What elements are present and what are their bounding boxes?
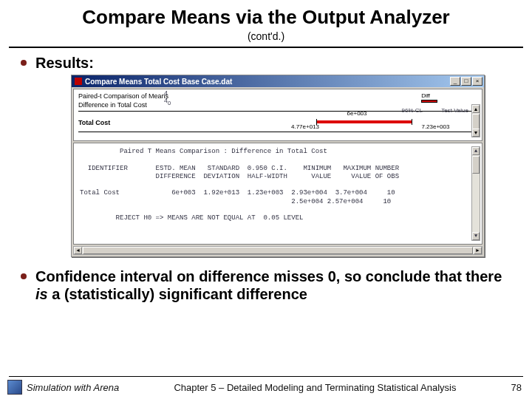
slide-subtitle: (cont'd.) <box>0 30 532 42</box>
text-output-pane: Paired T Means Comparison : Difference i… <box>73 143 482 245</box>
legend-swatch <box>421 100 437 103</box>
vertical-scrollbar[interactable]: ▲ ▼ <box>471 104 480 137</box>
dialog-titlebar[interactable]: Compare Means Total Cost Base Case.dat _… <box>72 75 484 87</box>
diff-label: Diff <box>421 92 430 99</box>
ci-left-value: 4.77e+013 <box>291 123 319 130</box>
close-button[interactable]: × <box>472 77 482 86</box>
bullet-results: Results: <box>21 54 514 72</box>
output-header2: DIFFERENCE DEVIATION HALF-WIDTH VALUE VA… <box>80 173 399 180</box>
dialog-title: Compare Means Total Cost Base Case.dat <box>85 78 450 86</box>
scroll-thumb[interactable] <box>83 247 473 254</box>
chart-pane: Paired-t Comparison of Means Difference … <box>73 89 482 141</box>
test-value-label: Test Value <box>441 107 468 114</box>
scroll-up-icon[interactable]: ▲ <box>472 147 480 155</box>
ci-bar <box>316 120 412 123</box>
scroll-down-icon[interactable]: ▼ <box>472 129 480 137</box>
bullet-icon <box>21 273 27 279</box>
compare-means-dialog: Compare Means Total Cost Base Case.dat _… <box>71 75 485 257</box>
footer-rule <box>9 376 523 377</box>
output-title: Paired T Means Comparison : Difference i… <box>80 148 327 155</box>
scroll-up-icon[interactable]: ▲ <box>472 105 480 113</box>
vertical-scrollbar[interactable]: ▲ ▼ <box>471 146 480 241</box>
value-row: Total Cost 4 40 6e+003 4.77e+013 7.23e+0… <box>78 116 477 129</box>
cl-label: 96% CL <box>402 107 423 114</box>
bullet-conclusion-text: Confidence interval on difference misses… <box>35 267 514 303</box>
output-row2: 2.5e+004 2.57e+004 10 <box>80 198 391 205</box>
scroll-down-icon[interactable]: ▼ <box>472 232 480 240</box>
title-rule <box>9 47 523 48</box>
slide-title: Compare Means via the Output Analyzer <box>0 0 532 29</box>
bullet-results-text: Results: <box>35 54 94 72</box>
output-reject: REJECT H0 => MEANS ARE NOT EQUAL AT 0.05… <box>80 214 303 222</box>
scroll-left-icon[interactable]: ◄ <box>74 247 82 254</box>
bullet-icon <box>21 60 27 66</box>
center-value: 6e+003 <box>347 110 367 117</box>
book-cover-icon <box>7 380 22 395</box>
row-label: Total Cost <box>78 119 167 126</box>
horizontal-scrollbar[interactable]: ◄ ► <box>73 246 482 255</box>
footer-page-number: 78 <box>511 382 522 393</box>
chart-heading: Paired-t Comparison of Means <box>78 92 168 100</box>
tick-marks: 4 40 <box>164 89 171 106</box>
maximize-button[interactable]: □ <box>461 77 471 86</box>
ci-bar-area: 6e+003 4.77e+013 7.23e+003 <box>167 116 477 129</box>
ci-right-value: 7.23e+003 <box>421 123 449 130</box>
output-row1: Total Cost 6e+003 1.92e+013 1.23e+003 2.… <box>80 189 395 197</box>
minimize-button[interactable]: _ <box>450 77 460 86</box>
app-icon <box>75 78 82 85</box>
footer-chapter: Chapter 5 – Detailed Modeling and Termin… <box>119 382 511 393</box>
bullet-conclusion: Confidence interval on difference misses… <box>21 267 514 303</box>
slide-footer: Simulation with Arena Chapter 5 – Detail… <box>0 380 532 395</box>
scroll-right-icon[interactable]: ► <box>474 247 482 254</box>
scroll-thumb[interactable] <box>472 156 480 174</box>
output-header1: IDENTIFIER ESTD. MEAN STANDARD 0.950 C.I… <box>80 165 399 172</box>
divider <box>78 132 477 132</box>
footer-book-title: Simulation with Arena <box>27 382 119 393</box>
